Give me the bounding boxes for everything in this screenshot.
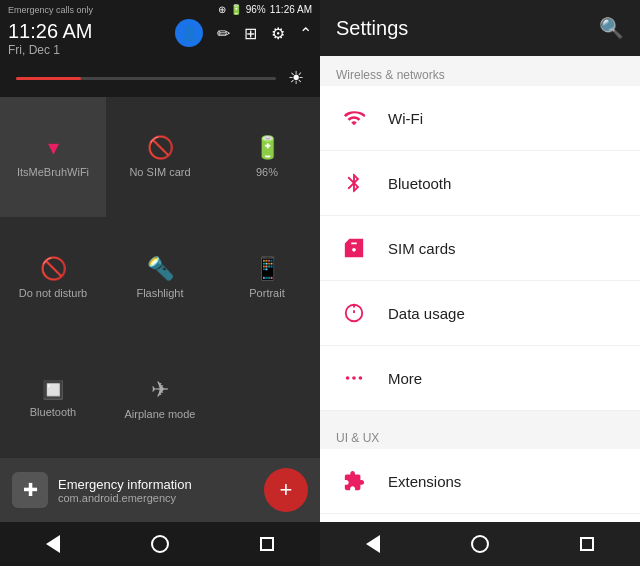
airplane-tile-label: Airplane mode bbox=[125, 408, 196, 420]
bluetooth-tile-icon: 🔲 bbox=[42, 379, 64, 401]
tile-sim[interactable]: 🚫 No SIM card bbox=[107, 97, 213, 217]
notif-icon: ✚ bbox=[12, 472, 48, 508]
settings-item-datausage[interactable]: Data usage bbox=[320, 281, 640, 346]
fab-plus-icon: + bbox=[280, 477, 293, 503]
collapse-icon[interactable]: ⌃ bbox=[299, 24, 312, 43]
simcards-item-label: SIM cards bbox=[388, 240, 456, 257]
sim-tile-label: No SIM card bbox=[129, 166, 190, 178]
right-recents-button[interactable] bbox=[580, 537, 594, 551]
dnd-tile-icon: 🚫 bbox=[40, 256, 67, 282]
user-avatar[interactable]: 👤 bbox=[175, 19, 203, 47]
tile-dnd[interactable]: 🚫 Do not disturb bbox=[0, 218, 106, 338]
emergency-notification[interactable]: ✚ Emergency information com.android.emer… bbox=[0, 458, 320, 522]
portrait-tile-label: Portrait bbox=[249, 287, 284, 299]
airplane-tile-icon: ✈ bbox=[151, 377, 169, 403]
right-nav-bar bbox=[320, 522, 640, 566]
time-display: 11:26 AM bbox=[8, 19, 93, 43]
section-label-wireless: Wireless & networks bbox=[320, 56, 640, 86]
battery-pct-status: 96% bbox=[246, 4, 266, 15]
right-back-button[interactable] bbox=[366, 535, 380, 553]
datausage-item-icon bbox=[336, 295, 372, 331]
section-label-uiux: UI & UX bbox=[320, 419, 640, 449]
brightness-icon[interactable]: ☀ bbox=[288, 67, 304, 89]
edit-icon[interactable]: ✏ bbox=[217, 24, 230, 43]
recents-button[interactable] bbox=[260, 537, 274, 551]
time-block: 11:26 AM Fri, Dec 1 bbox=[8, 19, 93, 57]
time-status: 11:26 AM bbox=[270, 4, 312, 15]
flashlight-tile-label: Flashlight bbox=[136, 287, 183, 299]
home-button[interactable] bbox=[151, 535, 169, 553]
brightness-row: ☀ bbox=[0, 63, 320, 97]
notification-panel: Emergency calls only ⊕ 🔋 96% 11:26 AM 11… bbox=[0, 0, 320, 566]
left-nav-bar bbox=[0, 522, 320, 566]
more-item-label: More bbox=[388, 370, 422, 387]
svg-point-1 bbox=[346, 376, 350, 380]
settings-item-simcards[interactable]: SIM cards bbox=[320, 216, 640, 281]
tile-airplane[interactable]: ✈ Airplane mode bbox=[107, 338, 213, 458]
wifi-item-icon bbox=[336, 100, 372, 136]
simcards-item-icon bbox=[336, 230, 372, 266]
sim-tile-icon: 🚫 bbox=[147, 135, 174, 161]
settings-header: Settings 🔍 bbox=[320, 0, 640, 56]
back-button[interactable] bbox=[46, 535, 60, 553]
tile-portrait[interactable]: 📱 Portrait bbox=[214, 218, 320, 338]
wifi-item-label: Wi-Fi bbox=[388, 110, 423, 127]
notif-text-block: Emergency information com.android.emerge… bbox=[58, 477, 254, 504]
fab-button[interactable]: + bbox=[264, 468, 308, 512]
settings-icon[interactable]: ⚙ bbox=[271, 24, 285, 43]
tiles-icon[interactable]: ⊞ bbox=[244, 24, 257, 43]
extensions-item-icon bbox=[336, 463, 372, 499]
svg-point-3 bbox=[359, 376, 363, 380]
battery-tile-icon: 🔋 bbox=[254, 135, 281, 161]
wifi-tile-icon: ▾ bbox=[48, 135, 59, 161]
battery-tile-label: 96% bbox=[256, 166, 278, 178]
bluetooth-tile-label: Bluetooth bbox=[30, 406, 76, 418]
settings-list: Wireless & networks Wi-Fi Bluetooth bbox=[320, 56, 640, 522]
status-bar: Emergency calls only ⊕ 🔋 96% 11:26 AM bbox=[0, 0, 320, 17]
bluetooth-item-label: Bluetooth bbox=[388, 175, 451, 192]
settings-item-bluetooth[interactable]: Bluetooth bbox=[320, 151, 640, 216]
svg-point-2 bbox=[352, 376, 356, 380]
status-icons: ⊕ 🔋 96% 11:26 AM bbox=[218, 4, 312, 15]
emergency-text: Emergency calls only bbox=[8, 5, 93, 15]
brightness-fill bbox=[16, 77, 81, 80]
portrait-tile-icon: 📱 bbox=[254, 256, 281, 282]
date-display: Fri, Dec 1 bbox=[8, 43, 93, 57]
bluetooth-item-icon bbox=[336, 165, 372, 201]
notif-subtitle: com.android.emergency bbox=[58, 492, 254, 504]
wifi-tile-label: ItsMeBruhWiFi bbox=[17, 166, 89, 178]
battery-status-icon: 🔋 bbox=[230, 4, 242, 15]
right-home-button[interactable] bbox=[471, 535, 489, 553]
tile-flashlight[interactable]: 🔦 Flashlight bbox=[107, 218, 213, 338]
settings-title: Settings bbox=[336, 17, 408, 40]
settings-item-more[interactable]: More bbox=[320, 346, 640, 411]
bluetooth-status-icon: ⊕ bbox=[218, 4, 226, 15]
quick-tiles-grid: ▾ ItsMeBruhWiFi 🚫 No SIM card 🔋 96% 🚫 Do… bbox=[0, 97, 320, 458]
time-area: 11:26 AM Fri, Dec 1 👤 ✏ ⊞ ⚙ ⌃ bbox=[0, 17, 320, 63]
more-item-icon bbox=[336, 360, 372, 396]
tile-battery[interactable]: 🔋 96% bbox=[214, 97, 320, 217]
notif-title: Emergency information bbox=[58, 477, 254, 492]
extensions-item-label: Extensions bbox=[388, 473, 461, 490]
top-action-icons: 👤 ✏ ⊞ ⚙ ⌃ bbox=[175, 19, 312, 47]
settings-panel: Settings 🔍 Wireless & networks Wi-Fi Blu… bbox=[320, 0, 640, 566]
brightness-slider[interactable] bbox=[16, 77, 276, 80]
settings-item-extensions[interactable]: Extensions bbox=[320, 449, 640, 514]
section-divider bbox=[320, 411, 640, 419]
dnd-tile-label: Do not disturb bbox=[19, 287, 87, 299]
datausage-item-label: Data usage bbox=[388, 305, 465, 322]
search-button[interactable]: 🔍 bbox=[599, 16, 624, 40]
settings-item-wifi[interactable]: Wi-Fi bbox=[320, 86, 640, 151]
tile-bluetooth[interactable]: 🔲 Bluetooth bbox=[0, 338, 106, 458]
tile-wifi[interactable]: ▾ ItsMeBruhWiFi bbox=[0, 97, 106, 217]
flashlight-tile-icon: 🔦 bbox=[147, 256, 174, 282]
